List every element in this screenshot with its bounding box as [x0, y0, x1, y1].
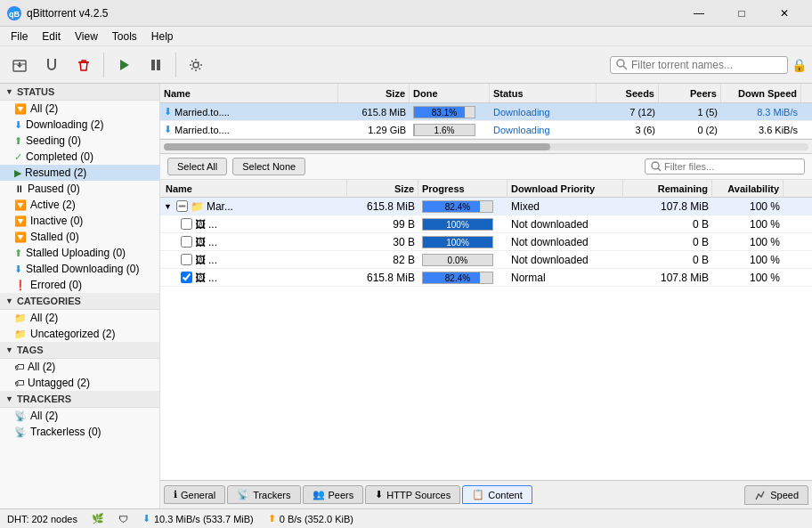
- torrent-filter-box[interactable]: [610, 56, 788, 74]
- sidebar-item-all[interactable]: 🔽 All (2): [0, 101, 159, 117]
- resumed-icon: ▶: [14, 167, 21, 179]
- options-button[interactable]: [182, 51, 210, 79]
- sidebar-item-completed[interactable]: ✓ Completed (0): [0, 149, 159, 165]
- file-col-size-header[interactable]: Size: [347, 180, 418, 198]
- file-row[interactable]: 🖼 ... 82 B 0.0% Not downloaded 0 B 100 %: [160, 251, 812, 269]
- file-col-progress-header[interactable]: Progress: [418, 180, 508, 198]
- delete-button[interactable]: [69, 51, 98, 79]
- minimize-button[interactable]: —: [678, 0, 719, 27]
- toolbar-right: 🔒: [610, 56, 807, 74]
- menu-file[interactable]: File: [4, 28, 35, 45]
- active-icon: 🔽: [14, 199, 27, 211]
- torrent-size: 615.8 MiB: [338, 107, 410, 118]
- menubar: File Edit View Tools Help: [0, 27, 812, 46]
- window-buttons: — □ ✕: [678, 0, 805, 27]
- tab-general[interactable]: ℹ General: [164, 485, 225, 504]
- col-header-peers[interactable]: Peers: [659, 84, 721, 102]
- file-row[interactable]: 🖼 ... 99 B 100% Not downloaded 0 B 100 %: [160, 215, 812, 233]
- content-tab-label: Content: [488, 490, 523, 500]
- tab-content[interactable]: 📋 Content: [462, 485, 532, 504]
- col-header-seeds[interactable]: Seeds: [597, 84, 659, 102]
- sidebar-item-inactive[interactable]: 🔽 Inactive (0): [0, 213, 159, 229]
- menu-tools[interactable]: Tools: [105, 28, 144, 45]
- sidebar-completed-label: Completed (0): [26, 150, 93, 163]
- col-header-name[interactable]: Name: [160, 84, 338, 102]
- file-priority: Not downloaded: [508, 236, 623, 248]
- speed-tab[interactable]: Speed: [744, 485, 808, 505]
- sidebar-item-downloading[interactable]: ⬇ Downloading (2): [0, 117, 159, 133]
- add-magnet-button[interactable]: [37, 51, 66, 79]
- file-type-icon: 🖼: [195, 272, 206, 284]
- sidebar-item-trackerless[interactable]: 📡 Trackerless (0): [0, 424, 159, 440]
- scroll-thumb[interactable]: [164, 143, 550, 150]
- sidebar-item-categories-all[interactable]: 📁 All (2): [0, 310, 159, 326]
- sidebar-item-untagged[interactable]: 🏷 Untagged (2): [0, 375, 159, 391]
- torrent-list-scrollbar[interactable]: [160, 139, 812, 153]
- progress-text: 1.6%: [414, 125, 475, 136]
- col-header-done[interactable]: Done: [410, 84, 490, 102]
- trackers-header[interactable]: ▼ TRACKERS: [0, 391, 159, 408]
- torrent-row[interactable]: ⬇ Married.to.... 615.8 MiB 83.1% Downloa…: [160, 103, 812, 121]
- status-header[interactable]: ▼ STATUS: [0, 84, 159, 101]
- sidebar-item-stalled-uploading[interactable]: ⬆ Stalled Uploading (0): [0, 245, 159, 261]
- sidebar-item-stalled-downloading[interactable]: ⬇ Stalled Downloading (0): [0, 261, 159, 277]
- file-progress-cell: 100%: [418, 236, 508, 248]
- close-button[interactable]: ✕: [764, 0, 805, 27]
- file-checkbox[interactable]: [181, 236, 192, 248]
- upload-arrow-icon: ⬆: [268, 513, 276, 524]
- sidebar-item-resumed[interactable]: ▶ Resumed (2): [0, 165, 159, 181]
- tags-header[interactable]: ▼ TAGS: [0, 342, 159, 359]
- file-row[interactable]: ▼ 📁 Mar... 615.8 MiB 82.4% Mixed 107.8 M…: [160, 198, 812, 215]
- file-row[interactable]: 🖼 ... 615.8 MiB 82.4% Normal 107.8 MiB 1…: [160, 269, 812, 287]
- sidebar-untagged-label: Untagged (2): [28, 377, 90, 389]
- file-col-name-header[interactable]: Name: [160, 180, 347, 198]
- file-col-remaining-header[interactable]: Remaining: [623, 180, 712, 198]
- add-torrent-button[interactable]: [5, 51, 34, 79]
- resume-button[interactable]: [110, 51, 138, 79]
- file-col-priority-header[interactable]: Download Priority: [508, 180, 623, 198]
- tab-peers[interactable]: 👥 Peers: [303, 485, 364, 504]
- sidebar-item-seeding[interactable]: ⬆ Seeding (0): [0, 133, 159, 149]
- file-checkbox[interactable]: [181, 254, 192, 265]
- file-progress-bar: 0.0%: [422, 254, 493, 266]
- menu-view[interactable]: View: [68, 28, 105, 45]
- sidebar-item-uncategorized[interactable]: 📁 Uncategorized (2): [0, 326, 159, 342]
- uncategorized-icon: 📁: [14, 329, 27, 340]
- sidebar-stalled-label: Stalled (0): [30, 231, 79, 243]
- sidebar-item-errored[interactable]: ❗ Errored (0): [0, 277, 159, 293]
- col-header-speed[interactable]: Down Speed: [721, 84, 801, 102]
- file-filter-input[interactable]: [664, 161, 799, 172]
- pause-button[interactable]: [142, 51, 170, 79]
- maximize-button[interactable]: □: [721, 0, 762, 27]
- tab-trackers[interactable]: 📡 Trackers: [227, 485, 300, 504]
- file-col-availability-header[interactable]: Availability: [712, 180, 784, 198]
- sidebar-item-stalled[interactable]: 🔽 Stalled (0): [0, 229, 159, 245]
- completed-icon: ✓: [14, 151, 22, 163]
- file-checkbox[interactable]: [176, 200, 188, 212]
- file-checkbox[interactable]: [181, 218, 192, 230]
- col-header-status[interactable]: Status: [490, 84, 597, 102]
- select-none-button[interactable]: Select None: [232, 158, 305, 175]
- torrent-row[interactable]: ⬇ Married.to.... 1.29 GiB 1.6% Downloadi…: [160, 121, 812, 139]
- sidebar-item-trackers-all[interactable]: 📡 All (2): [0, 408, 159, 424]
- sidebar-item-paused[interactable]: ⏸ Paused (0): [0, 181, 159, 197]
- tab-http-sources[interactable]: ⬇ HTTP Sources: [365, 485, 460, 504]
- file-row[interactable]: 🖼 ... 30 B 100% Not downloaded 0 B 100 %: [160, 233, 812, 251]
- sidebar-trackerless-label: Trackerless (0): [30, 426, 102, 438]
- file-checkbox[interactable]: [181, 272, 192, 283]
- torrent-filter-input[interactable]: [631, 59, 782, 71]
- expand-icon[interactable]: ▼: [164, 202, 172, 211]
- dht-status: DHT: 202 nodes: [7, 514, 77, 524]
- sidebar-item-active[interactable]: 🔽 Active (2): [0, 197, 159, 213]
- menu-edit[interactable]: Edit: [35, 28, 68, 45]
- menu-help[interactable]: Help: [144, 28, 181, 45]
- scroll-track[interactable]: [164, 143, 808, 150]
- categories-header[interactable]: ▼ CATEGORIES: [0, 293, 159, 310]
- content-area: Name Size Done Status Seeds Peers Down S…: [160, 84, 812, 508]
- file-remaining: 0 B: [623, 218, 712, 231]
- file-filter-box[interactable]: [645, 158, 805, 175]
- select-all-button[interactable]: Select All: [167, 158, 227, 175]
- col-header-size[interactable]: Size: [338, 84, 410, 102]
- file-name-text: ...: [208, 218, 217, 231]
- sidebar-item-tags-all[interactable]: 🏷 All (2): [0, 359, 159, 375]
